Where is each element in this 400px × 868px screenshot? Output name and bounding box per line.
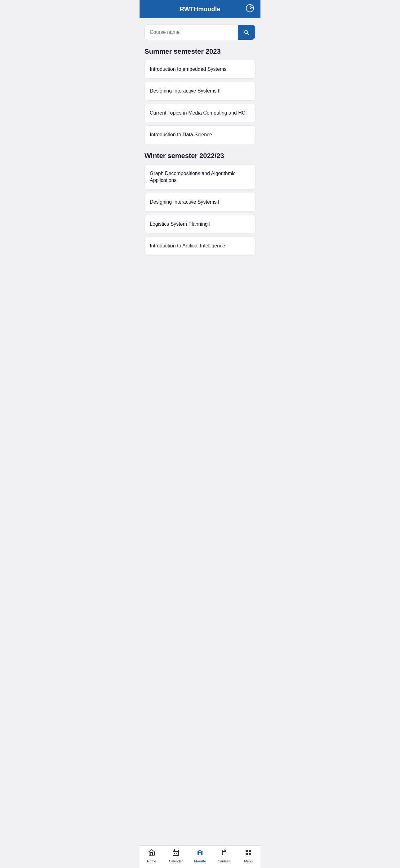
search-input[interactable]	[145, 25, 238, 39]
svg-rect-10	[249, 853, 251, 855]
course-name-c5: Graph Decompositions and Algorithmic App…	[150, 171, 236, 183]
notification-icon[interactable]: +	[245, 4, 254, 14]
course-name-c7: Logistics System Planning I	[150, 221, 210, 227]
nav-label-menu: Menu	[244, 859, 253, 863]
nav-item-calendar[interactable]: Calendar	[167, 849, 185, 863]
search-icon	[243, 29, 249, 35]
svg-text:+: +	[252, 6, 253, 7]
section-header-summer-2023: Summer semester 2023	[144, 48, 256, 56]
menu-icon	[245, 849, 252, 858]
search-bar	[144, 25, 256, 40]
nav-item-canteen[interactable]: Canteen	[215, 849, 233, 863]
nav-label-calendar: Calendar	[169, 859, 183, 863]
sections-container: Summer semester 2023Introduction to embe…	[144, 48, 256, 255]
course-card-c3[interactable]: Current Topics in Media Computing and HC…	[144, 104, 256, 122]
home-icon	[148, 849, 155, 858]
svg-rect-5	[176, 853, 177, 854]
nav-label-canteen: Canteen	[218, 859, 231, 863]
bottom-nav: Home Calendar Moodle Ca	[139, 845, 261, 868]
section-summer-2023: Summer semester 2023Introduction to embe…	[144, 48, 256, 144]
nav-item-home[interactable]: Home	[142, 849, 161, 863]
main-content: Summer semester 2023Introduction to embe…	[139, 18, 261, 288]
course-card-c8[interactable]: Introduction to Artifical Intelligence	[144, 237, 256, 255]
svg-rect-9	[245, 853, 248, 855]
search-button[interactable]	[238, 25, 255, 40]
course-name-c6: Designing Interactive Systems I	[150, 199, 219, 205]
course-name-c2: Designing Interactive Systems II	[150, 88, 221, 93]
moodle-icon	[196, 849, 204, 858]
canteen-icon	[221, 849, 228, 858]
app-header: RWTHmoodle +	[139, 0, 261, 18]
svg-rect-4	[174, 853, 175, 854]
app-title: RWTHmoodle	[180, 6, 221, 13]
section-winter-2022-23: Winter semester 2022/23Graph Decompositi…	[144, 152, 256, 255]
course-card-c5[interactable]: Graph Decompositions and Algorithmic App…	[144, 164, 256, 190]
course-card-c4[interactable]: Introduction to Data Science	[144, 125, 256, 144]
nav-label-moodle: Moodle	[194, 859, 206, 863]
course-card-c7[interactable]: Logistics System Planning I	[144, 215, 256, 234]
svg-rect-8	[249, 850, 251, 852]
nav-item-moodle[interactable]: Moodle	[191, 849, 209, 863]
nav-label-home: Home	[147, 859, 156, 863]
course-name-c4: Introduction to Data Science	[150, 132, 212, 137]
course-card-c1[interactable]: Introduction to embedded Systems	[144, 60, 256, 79]
course-card-c2[interactable]: Designing Interactive Systems II	[144, 82, 256, 100]
svg-rect-3	[173, 850, 178, 856]
course-name-c3: Current Topics in Media Computing and HC…	[150, 110, 247, 116]
svg-point-6	[199, 850, 201, 852]
course-name-c1: Introduction to embedded Systems	[150, 66, 226, 72]
course-card-c6[interactable]: Designing Interactive Systems I	[144, 193, 256, 211]
svg-rect-7	[245, 850, 248, 852]
calendar-icon	[172, 849, 179, 858]
course-name-c8: Introduction to Artifical Intelligence	[150, 243, 225, 248]
section-header-winter-2022-23: Winter semester 2022/23	[144, 152, 256, 160]
nav-item-menu[interactable]: Menu	[239, 849, 258, 863]
